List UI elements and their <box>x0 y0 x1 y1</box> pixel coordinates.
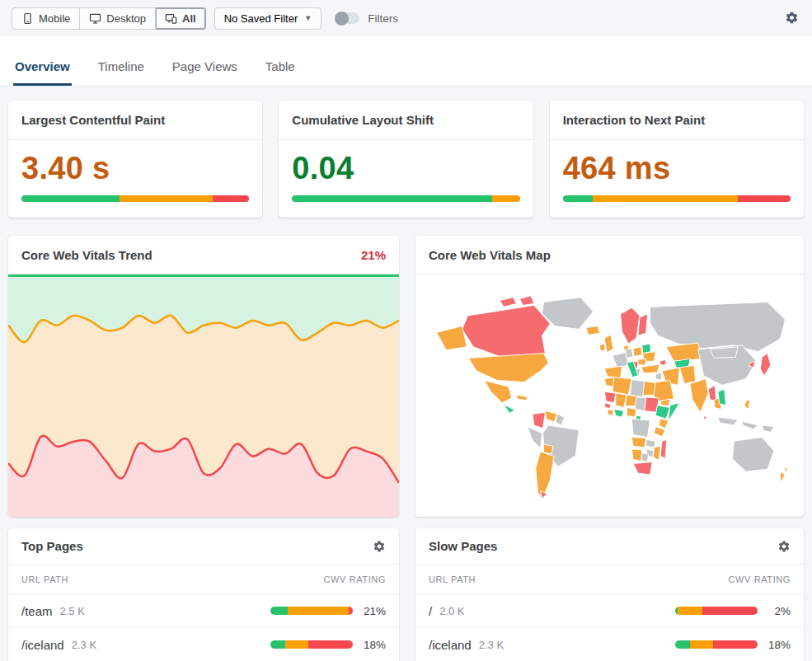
map-region-zambia <box>646 439 656 448</box>
tab-overview[interactable]: Overview <box>13 59 72 86</box>
metrics-row: Largest Contentful Paint 3.40 s Cumulati… <box>8 101 804 218</box>
map-region-mozambique <box>653 446 660 460</box>
desktop-icon <box>89 12 101 25</box>
metric-title: Largest Contentful Paint <box>21 113 165 127</box>
url-path: /iceland <box>21 638 64 652</box>
map-card-title: Core Web Vitals Map <box>429 248 551 262</box>
metric-card-inp: Interaction to Next Paint 464 ms <box>550 101 804 218</box>
world-map <box>415 274 804 517</box>
settings-button[interactable] <box>785 11 799 25</box>
cwv-trend-chart <box>8 274 399 517</box>
chevron-down-icon: ▼ <box>304 14 312 22</box>
cwv-map-card: Core Web Vitals Map <box>415 236 804 517</box>
map-region-canada <box>462 305 551 358</box>
url-path: /team <box>21 604 53 618</box>
map-region-tanzania <box>654 427 665 437</box>
map-region-algeria <box>613 377 631 395</box>
mobile-icon <box>21 12 34 25</box>
toggle-knob <box>335 12 349 26</box>
gear-icon <box>785 11 799 25</box>
map-region-finland <box>638 314 648 335</box>
map-region-india <box>690 379 708 413</box>
cwv-distribution-bar <box>675 640 758 649</box>
map-region-bolivia <box>543 444 553 454</box>
metric-title: Interaction to Next Paint <box>563 113 706 127</box>
url-path: / <box>429 604 432 618</box>
slow-pages-title: Slow Pages <box>429 539 497 553</box>
map-region-philippines <box>744 400 750 410</box>
cwv-distribution-bar <box>270 640 353 649</box>
map-region-drc <box>631 419 650 437</box>
dashboard-content: Largest Contentful Paint 3.40 s Cumulati… <box>0 87 812 661</box>
table-row[interactable]: /team 2.5 K 21% <box>8 594 399 628</box>
map-region-colombia <box>533 412 546 428</box>
device-button-label: Mobile <box>39 12 70 25</box>
map-region-caucasus <box>659 359 666 365</box>
metric-value: 464 ms <box>563 152 791 184</box>
map-region-iceland <box>586 326 599 335</box>
map-region-madagascar <box>660 439 667 458</box>
column-url-path: URL PATH <box>429 574 476 584</box>
map-region-papua <box>763 425 774 433</box>
map-region-indonesia2 <box>742 421 758 429</box>
filters-toggle-label: Filters <box>368 12 398 25</box>
device-button-desktop[interactable]: Desktop <box>80 7 156 30</box>
map-region-namibia <box>631 449 642 462</box>
map-region-chile-tip <box>541 490 547 499</box>
map-region-mexico <box>485 381 512 403</box>
table-row[interactable]: / 2.0 K 2% <box>415 594 804 628</box>
tab-page-views[interactable]: Page Views <box>171 59 239 86</box>
metric-card-lcp: Largest Contentful Paint 3.40 s <box>8 101 262 218</box>
tab-timeline[interactable]: Timeline <box>96 59 146 86</box>
cwv-percent: 2% <box>758 605 791 617</box>
gear-icon <box>373 540 386 553</box>
map-region-turkey <box>641 364 659 373</box>
top-pages-card: Top Pages URL PATH CWV RATING /team 2.5 … <box>8 528 399 661</box>
charts-row: Core Web Vitals Trend 21% Core Web Vital… <box>8 236 804 517</box>
map-region-mongolia <box>710 347 738 359</box>
map-region-norway-sweden <box>621 307 640 344</box>
tab-table[interactable]: Table <box>264 59 297 86</box>
main-tabbar: Overview Timeline Page Views Table <box>0 36 812 87</box>
map-region-libya <box>630 380 644 397</box>
table-row[interactable]: /iceland 2.3 K 18% <box>8 628 399 661</box>
cwv-distribution-bar <box>675 607 758 615</box>
map-region-australia <box>732 437 773 471</box>
map-region-ireland <box>599 344 605 351</box>
map-region-alaska <box>437 326 467 350</box>
metric-title: Cumulative Layout Shift <box>292 113 434 127</box>
page-view-count: 2.5 K <box>60 605 85 617</box>
card-settings-button[interactable] <box>777 540 791 553</box>
map-region-canada-islands <box>500 296 534 307</box>
saved-filter-label: No Saved Filter <box>224 12 298 25</box>
map-region-japan <box>760 354 771 376</box>
cwv-percent: 18% <box>758 639 791 651</box>
map-region-venezuela <box>545 410 557 422</box>
url-path: /iceland <box>429 638 472 652</box>
map-region-myanmar <box>708 385 716 401</box>
saved-filter-dropdown[interactable]: No Saved Filter ▼ <box>214 7 322 30</box>
map-region-botswana <box>641 453 649 462</box>
trend-card-title: Core Web Vitals Trend <box>21 248 153 262</box>
slow-pages-card: Slow Pages URL PATH CWV RATING / 2.0 K 2… <box>415 528 804 661</box>
map-region-kenya <box>659 419 669 429</box>
map-region-somalia <box>669 403 680 421</box>
cwv-distribution-bar <box>563 195 791 202</box>
cwv-percent: 18% <box>353 639 386 651</box>
gear-icon <box>777 540 791 553</box>
cwv-trend-card: Core Web Vitals Trend 21% <box>8 236 399 517</box>
map-region-ethiopia <box>655 406 669 419</box>
map-region-new-zealand2 <box>784 466 787 472</box>
map-region-kazakhstan <box>666 343 702 361</box>
device-button-all[interactable]: All <box>156 7 206 30</box>
map-region-germany <box>625 349 633 359</box>
map-region-romania <box>638 359 646 365</box>
device-button-mobile[interactable]: Mobile <box>12 7 80 30</box>
cwv-distribution-bar <box>270 607 353 615</box>
map-region-peru <box>528 427 542 448</box>
card-settings-button[interactable] <box>373 540 386 553</box>
table-header: URL PATH CWV RATING <box>415 565 804 594</box>
filters-toggle[interactable] <box>335 12 359 24</box>
column-cwv-rating: CWV RATING <box>729 574 791 584</box>
table-row[interactable]: /iceland 2.3 K 18% <box>415 628 804 661</box>
